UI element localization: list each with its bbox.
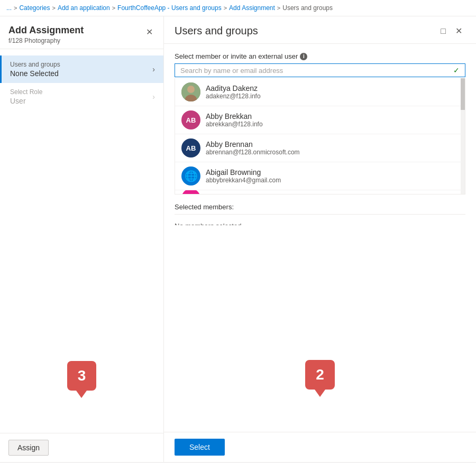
- user-info: Abigail Browning abbybrekkan4@gmail.com: [206, 168, 459, 184]
- left-steps: Users and groups None Selected › Select …: [0, 49, 163, 226]
- breadcrumb-ellipsis[interactable]: ...: [6, 4, 12, 12]
- info-icon: i: [300, 53, 307, 60]
- user-item[interactable]: AB Abby Brennan abrennan@f128.onmicrosof…: [175, 134, 465, 162]
- step-users-groups-label: Users and groups: [10, 61, 60, 68]
- selected-members-divider: [175, 214, 465, 215]
- scrollbar-track[interactable]: [461, 78, 465, 194]
- breadcrumb-sep-2: >: [112, 5, 115, 11]
- step-select-role[interactable]: Select Role User ›: [0, 83, 163, 110]
- step-users-groups-chevron: ›: [152, 65, 155, 73]
- avatar: AB: [181, 138, 200, 158]
- user-item[interactable]: AB Abby Brekkan abrekkan@f128.info: [175, 106, 465, 134]
- step-users-groups[interactable]: Users and groups None Selected ›: [0, 55, 163, 83]
- annotation-area-right: 2: [164, 225, 476, 432]
- step-select-role-chevron: ›: [152, 92, 155, 101]
- right-footer: Select: [164, 432, 476, 462]
- user-email: abbybrekkan4@gmail.com: [206, 177, 459, 184]
- right-panel-close-button[interactable]: ✕: [452, 24, 465, 38]
- user-info: Abby Brennan abrennan@f128.onmicrosoft.c…: [206, 140, 459, 156]
- user-email: adakenz@f128.info: [206, 92, 459, 100]
- search-box[interactable]: ✓: [175, 63, 465, 77]
- right-panel: Users and groups □ ✕ Select member or in…: [164, 16, 476, 462]
- left-panel: Add Assignment f/128 Photography ✕ Users…: [0, 16, 164, 462]
- checkmark-icon: ✓: [453, 66, 460, 75]
- left-header: Add Assignment f/128 Photography ✕: [0, 16, 163, 49]
- selected-members-label: Selected members:: [175, 203, 465, 211]
- right-content: Select member or invite an external user…: [164, 44, 476, 225]
- select-button[interactable]: Select: [175, 439, 225, 456]
- right-header-buttons: □ ✕: [437, 24, 465, 38]
- user-info: Abby Brekkan abrekkan@f128.info: [206, 112, 459, 128]
- assign-button[interactable]: Assign: [8, 440, 49, 456]
- left-panel-title: Add Assignment: [8, 25, 84, 36]
- user-info: — —: [206, 194, 459, 195]
- no-members-text: No members selected: [175, 220, 465, 225]
- left-panel-subtitle: f/128 Photography: [8, 37, 84, 44]
- annotation-bubble-3: 3: [67, 361, 97, 391]
- breadcrumb-sep-1: >: [52, 5, 55, 11]
- annotation-area-left: 3: [0, 226, 163, 433]
- maximize-button[interactable]: □: [437, 24, 449, 38]
- user-item[interactable]: Aaditya Dakenz adakenz@f128.info: [175, 78, 465, 106]
- breadcrumb-add-assignment[interactable]: Add Assignment: [229, 4, 275, 12]
- user-list: Aaditya Dakenz adakenz@f128.info AB Abby…: [175, 78, 465, 195]
- left-panel-close-button[interactable]: ✕: [144, 25, 155, 39]
- user-name: — —: [206, 194, 459, 195]
- annotation-bubble-2: 2: [305, 360, 335, 390]
- breadcrumb-current: Users and groups: [282, 4, 333, 12]
- avatar: AB: [181, 110, 200, 129]
- left-footer: Assign: [0, 433, 163, 462]
- scrollbar-thumb[interactable]: [461, 78, 465, 110]
- step-select-role-label: Select Role: [10, 88, 42, 96]
- user-name: Abigail Browning: [206, 168, 459, 177]
- user-email: abrennan@f128.onmicrosoft.com: [206, 149, 459, 156]
- user-name: Abby Brekkan: [206, 112, 459, 121]
- breadcrumb-app-users-groups[interactable]: FourthCoffeeApp - Users and groups: [117, 4, 222, 12]
- svg-point-1: [187, 86, 195, 93]
- breadcrumb-sep-3: >: [224, 5, 227, 11]
- right-header: Users and groups □ ✕: [164, 16, 476, 44]
- breadcrumb-sep-0: >: [14, 5, 17, 11]
- breadcrumb: ... > Categories > Add an application > …: [0, 0, 476, 16]
- user-item-partial[interactable]: AL — —: [175, 190, 465, 195]
- user-item[interactable]: 🌐 Abigail Browning abbybrekkan4@gmail.co…: [175, 162, 465, 190]
- breadcrumb-categories[interactable]: Categories: [19, 4, 50, 12]
- breadcrumb-sep-4: >: [277, 5, 280, 11]
- search-input[interactable]: [180, 67, 453, 75]
- user-email: abrekkan@f128.info: [206, 121, 459, 128]
- avatar: AL: [181, 190, 200, 195]
- right-panel-title: Users and groups: [175, 25, 258, 37]
- step-users-groups-value: None Selected: [10, 69, 60, 78]
- avatar: 🌐: [181, 166, 200, 186]
- step-select-role-value: User: [10, 97, 42, 105]
- breadcrumb-add-application[interactable]: Add an application: [58, 4, 110, 12]
- avatar: [181, 82, 200, 101]
- search-field-label: Select member or invite an external user…: [175, 52, 465, 60]
- user-info: Aaditya Dakenz adakenz@f128.info: [206, 84, 459, 100]
- user-name: Abby Brennan: [206, 140, 459, 149]
- user-name: Aaditya Dakenz: [206, 84, 459, 92]
